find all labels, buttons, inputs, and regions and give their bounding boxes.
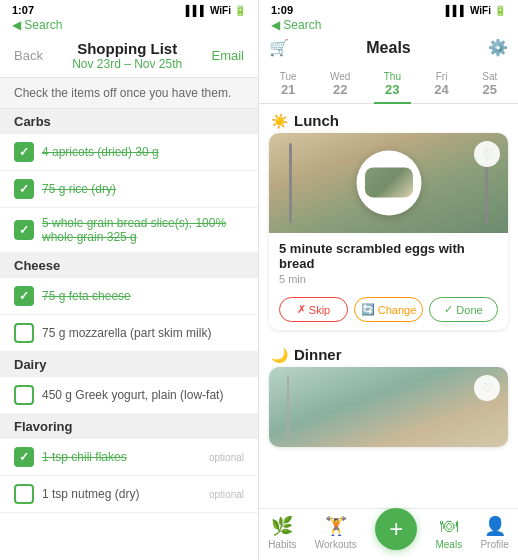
dinner-section-header: 🌙 Dinner [259, 338, 518, 367]
done-icon: ✓ [444, 303, 453, 316]
email-button[interactable]: Email [211, 48, 244, 63]
item-label: 5 whole grain bread slice(s), 100% whole… [42, 216, 244, 244]
dinner-icon: 🌙 [271, 347, 288, 363]
signal-icon-right: ▌▌▌ [446, 5, 467, 16]
list-item[interactable]: 75 g rice (dry) [0, 171, 258, 208]
profile-icon: 👤 [484, 515, 506, 537]
category-dairy: Dairy [0, 352, 258, 377]
bottom-nav: 🌿 Habits 🏋 Workouts + 🍽 Meals 👤 Profile [259, 508, 518, 560]
item-label: 75 g feta cheese [42, 289, 131, 303]
list-item[interactable]: 1 tsp nutmeg (dry) optional [0, 476, 258, 513]
nav-habits[interactable]: 🌿 Habits [268, 515, 296, 550]
back-search-left[interactable]: ◀ Search [12, 18, 62, 32]
day-name: Fri [436, 71, 448, 82]
day-name: Wed [330, 71, 350, 82]
battery-icon-right: 🔋 [494, 5, 506, 16]
time-left: 1:07 [12, 4, 34, 16]
workouts-label: Workouts [315, 539, 357, 550]
optional-label: optional [209, 489, 244, 500]
nav-workouts[interactable]: 🏋 Workouts [315, 515, 357, 550]
wifi-icon: WiFi [210, 5, 231, 16]
day-num: 22 [333, 82, 347, 97]
habits-icon: 🌿 [271, 515, 293, 537]
checkbox-chili[interactable] [14, 447, 34, 467]
nav-meals[interactable]: 🍽 Meals [435, 516, 462, 550]
dinner-favorite-icon[interactable]: ♡ [474, 375, 500, 401]
category-cheese: Cheese [0, 253, 258, 278]
checkbox-yogurt[interactable] [14, 385, 34, 405]
fork-decoration [289, 143, 292, 223]
add-icon: + [389, 515, 403, 543]
shopping-list-dates: Nov 23rd – Nov 25th [72, 57, 182, 71]
favorite-icon[interactable]: ♡ [474, 141, 500, 167]
item-label: 4 apricots (dried) 30 g [42, 145, 159, 159]
day-thu[interactable]: Thu 23 [374, 67, 411, 103]
status-bar-right: 1:09 ▌▌▌ WiFi 🔋 [259, 0, 518, 18]
lunch-meal-name: 5 minute scrambled eggs with bread [279, 241, 498, 271]
header-title-left: Shopping List Nov 23rd – Nov 25th [72, 40, 182, 71]
day-name: Thu [384, 71, 401, 82]
checkbox-apricots[interactable] [14, 142, 34, 162]
item-label: 450 g Greek yogurt, plain (low-fat) [42, 388, 223, 402]
day-wed[interactable]: Wed 22 [320, 67, 360, 103]
day-num: 23 [385, 82, 399, 97]
meals-icon: 🍽 [440, 516, 458, 537]
add-button[interactable]: + [375, 508, 417, 550]
nav-bar-left: Back Shopping List Nov 23rd – Nov 25th E… [0, 36, 258, 78]
signal-icon: ▌▌▌ [186, 5, 207, 16]
food-decoration [365, 167, 413, 197]
day-sat[interactable]: Sat 25 [472, 67, 507, 103]
lunch-meal-time: 5 min [279, 273, 498, 285]
item-label: 75 g mozzarella (part skim milk) [42, 326, 211, 340]
category-carbs: Carbs [0, 109, 258, 134]
workouts-icon: 🏋 [325, 515, 347, 537]
lunch-icon: ☀️ [271, 113, 288, 129]
cart-icon[interactable]: 🛒 [269, 38, 289, 57]
info-text: Check the items off once you have them. [14, 86, 231, 100]
day-name: Tue [280, 71, 297, 82]
done-button[interactable]: ✓ Done [429, 297, 498, 322]
nav-bar-right: 🛒 Meals ⚙️ [259, 34, 518, 63]
list-item[interactable]: 75 g mozzarella (part skim milk) [0, 315, 258, 352]
item-label: 75 g rice (dry) [42, 182, 116, 196]
time-right: 1:09 [271, 4, 293, 16]
change-icon: 🔄 [361, 303, 375, 316]
list-item[interactable]: 5 whole grain bread slice(s), 100% whole… [0, 208, 258, 253]
right-panel: 1:09 ▌▌▌ WiFi 🔋 ◀ Search 🛒 Meals ⚙️ Tue … [259, 0, 518, 560]
list-item[interactable]: 4 apricots (dried) 30 g [0, 134, 258, 171]
dinner-meal-card[interactable]: ♡ [269, 367, 508, 447]
lunch-meal-actions: ✗ Skip 🔄 Change ✓ Done [269, 297, 508, 330]
day-num: 21 [281, 82, 295, 97]
day-tue[interactable]: Tue 21 [270, 67, 307, 103]
lunch-section-header: ☀️ Lunch [259, 104, 518, 133]
list-item[interactable]: 75 g feta cheese [0, 278, 258, 315]
checkbox-mozzarella[interactable] [14, 323, 34, 343]
profile-label: Profile [480, 539, 508, 550]
back-button-left[interactable]: Back [14, 48, 43, 63]
optional-label: optional [209, 452, 244, 463]
habits-label: Habits [268, 539, 296, 550]
day-fri[interactable]: Fri 24 [424, 67, 458, 103]
back-search-right[interactable]: ◀ Search [271, 18, 321, 32]
lunch-meal-card[interactable]: ♡ 5 minute scrambled eggs with bread 5 m… [269, 133, 508, 330]
status-icons-left: ▌▌▌ WiFi 🔋 [186, 5, 246, 16]
list-item[interactable]: 1 tsp chili flakes optional [0, 439, 258, 476]
checkbox-nutmeg[interactable] [14, 484, 34, 504]
checkbox-feta[interactable] [14, 286, 34, 306]
skip-icon: ✗ [297, 303, 306, 316]
battery-icon: 🔋 [234, 5, 246, 16]
list-item[interactable]: 450 g Greek yogurt, plain (low-fat) [0, 377, 258, 414]
info-bar: Check the items off once you have them. [0, 78, 258, 109]
change-button[interactable]: 🔄 Change [354, 297, 423, 322]
settings-icon[interactable]: ⚙️ [488, 38, 508, 57]
nav-profile[interactable]: 👤 Profile [480, 515, 508, 550]
day-num: 25 [482, 82, 496, 97]
left-panel: 1:07 ▌▌▌ WiFi 🔋 ◀ Search Back Shopping L… [0, 0, 259, 560]
status-bar-left: 1:07 ▌▌▌ WiFi 🔋 [0, 0, 258, 18]
lunch-meal-image: ♡ [269, 133, 508, 233]
lunch-label: Lunch [294, 112, 339, 129]
checkbox-rice[interactable] [14, 179, 34, 199]
checkbox-bread[interactable] [14, 220, 34, 240]
day-num: 24 [434, 82, 448, 97]
skip-button[interactable]: ✗ Skip [279, 297, 348, 322]
